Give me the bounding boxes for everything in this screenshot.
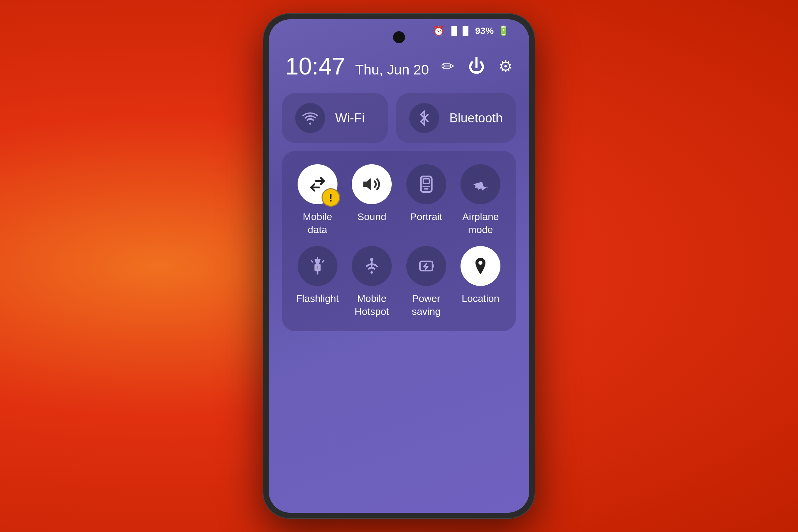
grid-row-2: Flashlight Mo xyxy=(295,246,503,318)
settings-icon[interactable]: ⚙ xyxy=(498,57,513,75)
flashlight-icon-bg xyxy=(298,246,338,286)
airplane-label: Airplanemode xyxy=(462,210,499,236)
power-saving-tile[interactable]: Powersaving xyxy=(404,246,449,318)
portrait-icon xyxy=(417,175,436,193)
portrait-tile[interactable]: Portrait xyxy=(404,164,449,236)
grid-container: ! Mobiledata xyxy=(282,151,516,331)
warning-badge: ! xyxy=(322,188,340,207)
svg-marker-5 xyxy=(363,178,371,190)
wifi-label: Wi-Fi xyxy=(335,111,365,125)
bluetooth-icon xyxy=(416,110,433,126)
location-icon-bg xyxy=(460,246,500,286)
mobile-data-tile[interactable]: ! Mobiledata xyxy=(295,164,340,236)
wifi-icon xyxy=(302,110,319,126)
battery-icon: 🔋 xyxy=(498,25,509,36)
sound-icon-bg xyxy=(352,164,392,204)
portrait-label: Portrait xyxy=(410,210,442,223)
time-date-row: 10:47 Thu, Jun 20 ✏ ⏻ ⚙ xyxy=(282,53,516,80)
wifi-tile[interactable]: Wi-Fi xyxy=(282,93,388,143)
date-display: Thu, Jun 20 xyxy=(355,62,429,78)
airplane-icon-bg xyxy=(460,164,500,204)
phone-screen: ⏰ ▐▌▐▌ 93% 🔋 10:47 Thu, Jun 20 ✏ ⏻ ⚙ xyxy=(269,19,529,513)
location-label: Location xyxy=(462,292,499,305)
edit-icon[interactable]: ✏ xyxy=(441,57,455,75)
sound-label: Sound xyxy=(358,210,386,223)
wifi-icon-bg xyxy=(295,103,325,133)
hotspot-tile[interactable]: MobileHotspot xyxy=(350,246,394,318)
warning-icon: ! xyxy=(329,192,332,203)
hotspot-icon-bg xyxy=(352,246,392,286)
sound-icon xyxy=(362,174,382,194)
signal-icon: ▐▌▐▌ xyxy=(449,26,471,36)
power-saving-icon xyxy=(417,257,436,275)
mobile-data-icon-bg: ! xyxy=(298,164,338,204)
grid-row-1: ! Mobiledata xyxy=(295,164,503,236)
svg-line-14 xyxy=(322,261,324,262)
top-tiles: Wi-Fi xyxy=(282,93,516,143)
location-tile[interactable]: Location xyxy=(458,246,503,318)
svg-point-19 xyxy=(478,261,482,265)
bluetooth-tile[interactable]: Bluetooth xyxy=(396,93,516,143)
hotspot-icon xyxy=(362,256,381,276)
airplane-icon xyxy=(471,174,490,194)
status-bar: ⏰ ▐▌▐▌ 93% 🔋 xyxy=(433,25,509,36)
sound-tile[interactable]: Sound xyxy=(350,164,394,236)
flashlight-tile[interactable]: Flashlight xyxy=(295,246,340,318)
quick-settings-panel: 10:47 Thu, Jun 20 ✏ ⏻ ⚙ xyxy=(282,53,516,499)
airplane-tile[interactable]: Airplanemode xyxy=(458,164,503,236)
mobile-data-label: Mobiledata xyxy=(303,210,332,236)
location-icon xyxy=(471,256,490,276)
svg-rect-18 xyxy=(432,264,434,267)
header-icons: ✏ ⏻ ⚙ xyxy=(441,56,513,76)
bluetooth-label: Bluetooth xyxy=(449,111,503,125)
svg-rect-7 xyxy=(423,179,429,184)
portrait-icon-bg xyxy=(406,164,446,204)
battery-percent: 93% xyxy=(475,25,494,36)
svg-line-13 xyxy=(311,261,313,262)
camera-hole xyxy=(393,31,405,43)
phone-frame: ⏰ ▐▌▐▌ 93% 🔋 10:47 Thu, Jun 20 ✏ ⏻ ⚙ xyxy=(263,13,535,519)
bluetooth-icon-bg xyxy=(409,103,439,133)
flashlight-label: Flashlight xyxy=(296,292,339,305)
power-icon[interactable]: ⏻ xyxy=(468,56,485,76)
alarm-icon: ⏰ xyxy=(433,25,444,36)
hotspot-label: MobileHotspot xyxy=(355,292,389,318)
flashlight-icon xyxy=(308,257,327,275)
power-saving-icon-bg xyxy=(406,246,446,286)
power-saving-label: Powersaving xyxy=(412,292,440,318)
svg-point-16 xyxy=(370,258,374,261)
time-display: 10:47 xyxy=(285,53,345,80)
